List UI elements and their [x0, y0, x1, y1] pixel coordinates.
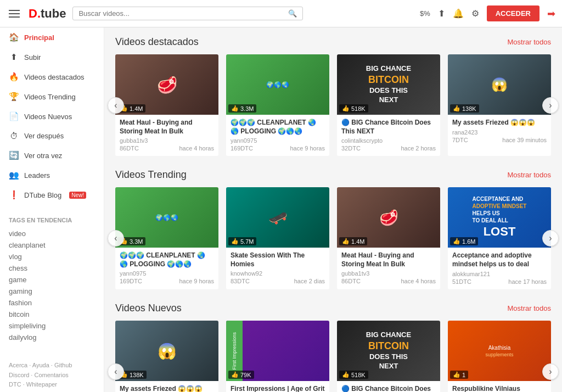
video-card[interactable]: BIG CHANCE BITCOIN DOES THIS NEXT 👍518K … [337, 321, 440, 392]
footer-link-ayuda[interactable]: Ayuda [32, 362, 49, 368]
video-thumb: 🌍🌎🌏 👍3.3M [226, 54, 329, 115]
clock-icon: ⏱ [9, 131, 19, 141]
tag-game[interactable]: game [9, 274, 95, 285]
sidebar-label-ver-despues: Ver después [24, 132, 64, 140]
video-title: First Impressions | Age of Grit [Early A… [231, 385, 325, 392]
video-time: hace 9 horas [290, 145, 325, 152]
video-channel: alokkumar121 [452, 271, 547, 277]
sidebar-item-subir[interactable]: ⬆ Subir [0, 47, 104, 67]
section-header-nuevos: Videos Nuevos Mostrar todos [115, 303, 551, 314]
video-card[interactable]: 🌍🌎🌏 👍3.3M 🌍🌍🌍 CLEANPLANET 🌏 🌎 PLOGGING 🌍… [226, 54, 329, 156]
video-card[interactable]: Akathisia supplements 👍1 Respublikine Vi… [448, 321, 551, 392]
video-dtc: 86DTC [341, 278, 361, 284]
video-card[interactable]: 🛹 👍5.7M Skate Session With The Homies kn… [226, 187, 329, 289]
tag-gaming[interactable]: gaming [9, 285, 95, 297]
video-info: Acceptance and adoptive mindset helps us… [448, 248, 551, 289]
video-thumb: 😱 👍138K [115, 321, 218, 381]
sidebar-item-videos-trending[interactable]: 🏆 Videos Trending [0, 87, 104, 107]
video-meta-row: 86DTC hace 4 horas [341, 278, 436, 284]
tag-video[interactable]: video [9, 228, 95, 239]
dollar-pct-icon[interactable]: $% [420, 9, 430, 18]
sidebar-item-principal[interactable]: 🏠 Principal [0, 27, 104, 47]
sidebar-item-videos-nuevos[interactable]: 📄 Videos Nuevos [0, 107, 104, 126]
tag-dailyvlog[interactable]: dailyvlog [9, 332, 95, 343]
footer-link-dtc[interactable]: DTC [9, 381, 21, 388]
arrow-right-trending[interactable]: › [542, 230, 559, 247]
video-card[interactable]: 🥩 👍1.4M Meat Haul - Buying and Storing M… [337, 187, 440, 289]
sidebar-label-videos-nuevos: Videos Nuevos [24, 113, 72, 121]
arrow-left-destacados[interactable]: ‹ [108, 97, 124, 114]
video-dtc: 83DTC [231, 278, 250, 284]
video-info: 🌍🌍🌍 CLEANPLANET 🌏 🌎 PLOGGING 🌍🌎🌏 yann097… [115, 248, 218, 289]
video-dtc: 169DTC [231, 145, 253, 152]
video-card[interactable]: First Impressions 👍79K First Impressions… [226, 321, 329, 392]
tag-vlog[interactable]: vlog [9, 251, 95, 262]
tag-bitcoin[interactable]: bitcoin [9, 309, 95, 320]
video-card[interactable]: ACCEPTANCE AND ADOPTIVE MINDSET HELPS US… [448, 187, 551, 289]
footer-link-comentarios[interactable]: Comentarios [34, 372, 68, 378]
main-layout: 🏠 Principal ⬆ Subir 🔥 Videos destacados … [0, 27, 562, 392]
logo[interactable]: D.tube [29, 7, 66, 21]
section-header-trending: Videos Trending Mostrar todos [115, 169, 551, 181]
video-row-nuevos: ‹ 😱 👍138K My assets Friezed 😱😱😱 rana2423… [115, 321, 551, 392]
video-info: Meat Haul - Buying and Storing Meat In B… [115, 115, 218, 156]
video-info: My assets Friezed 😱😱😱 rana2423 7DTC hace… [115, 381, 218, 392]
sidebar-footer: Acerca · Ayuda · Github Discord · Coment… [0, 355, 104, 392]
footer-link-whitepaper[interactable]: Whitepaper [26, 381, 57, 388]
view-count: 👍5.7M [228, 237, 256, 245]
arrow-right-destacados[interactable]: › [542, 97, 559, 114]
mostrar-todos-nuevos[interactable]: Mostrar todos [508, 304, 551, 312]
header-right: $% ⬆ 🔔 ⚙ ACCEDER ➡ [420, 5, 555, 21]
section-header-destacados: Videos destacados Mostrar todos [115, 36, 551, 48]
upload-icon[interactable]: ⬆ [438, 8, 445, 19]
video-card[interactable]: 🌍🌎🌏 👍3.3M 🌍🌍🌍 CLEANPLANET 🌏 🌎 PLOGGING 🌍… [115, 187, 218, 289]
settings-icon[interactable]: ⚙ [471, 8, 479, 19]
tag-cleanplanet[interactable]: cleanplanet [9, 239, 95, 251]
video-title: 🌍🌍🌍 CLEANPLANET 🌏 🌎 PLOGGING 🌍🌎🌏 [231, 119, 325, 136]
video-meta-row: 86DTC hace 4 horas [120, 145, 214, 152]
view-count: 👍1.4M [339, 237, 367, 245]
tag-fashion[interactable]: fashion [9, 297, 95, 309]
video-thumb: 🌍🌎🌏 👍3.3M [115, 187, 218, 248]
sidebar-item-ver-despues[interactable]: ⏱ Ver después [0, 126, 104, 145]
exclamation-icon: ❗ [9, 190, 19, 200]
sidebar-item-dtube-blog[interactable]: ❗ DTube Blog New! [0, 185, 104, 205]
video-title: Meat Haul - Buying and Storing Meat In B… [341, 251, 436, 268]
video-card[interactable]: 😱 👍138K My assets Friezed 😱😱😱 rana2423 7… [448, 54, 551, 156]
video-title: 🌍🌍🌍 CLEANPLANET 🌏 🌎 PLOGGING 🌍🌎🌏 [120, 251, 214, 268]
footer-link-acerca[interactable]: Acerca [9, 362, 27, 368]
main-content: Videos destacados Mostrar todos ‹ 🥩 👍1.4… [104, 27, 562, 392]
video-info: 🔵 BIG Chance Bitcoin Does This NEXT coli… [337, 115, 440, 156]
video-card[interactable]: BIG CHANCE BITCOIN DOES THIS NEXT 👍518K … [337, 54, 440, 156]
sidebar-label-leaders: Leaders [24, 171, 50, 180]
logo-prefix: D. [29, 7, 41, 20]
video-meta-row: 83DTC hace 2 dias [231, 278, 325, 284]
video-dtc: 51DTC [452, 278, 471, 285]
acceder-button[interactable]: ACCEDER [487, 5, 539, 21]
sidebar-item-leaders[interactable]: 👥 Leaders [0, 165, 104, 185]
sidebar-label-principal: Principal [24, 33, 54, 42]
sidebar-item-videos-destacados[interactable]: 🔥 Videos destacados [0, 67, 104, 87]
mostrar-todos-destacados[interactable]: Mostrar todos [508, 38, 551, 46]
notification-icon[interactable]: 🔔 [453, 8, 464, 19]
tag-simpleliving[interactable]: simpleliving [9, 320, 95, 332]
video-card[interactable]: 😱 👍138K My assets Friezed 😱😱😱 rana2423 7… [115, 321, 218, 392]
video-channel: gubba1tv3 [341, 270, 436, 277]
video-card[interactable]: 🥩 👍1.4M Meat Haul - Buying and Storing M… [115, 54, 218, 156]
tag-chess[interactable]: chess [9, 262, 95, 274]
arrow-right-nuevos[interactable]: › [542, 363, 559, 380]
footer-link-discord[interactable]: Discord [9, 372, 29, 378]
sidebar-item-ver-otra-vez[interactable]: 🔄 Ver otra vez [0, 145, 104, 165]
sidebar-label-subir: Subir [24, 53, 41, 61]
footer-link-github[interactable]: Github [54, 362, 72, 368]
sidebar-label-videos-trending: Videos Trending [24, 93, 76, 101]
view-count: 👍138K [450, 104, 479, 113]
mostrar-todos-trending[interactable]: Mostrar todos [508, 171, 551, 179]
login-icon[interactable]: ➡ [547, 8, 555, 20]
arrow-left-trending[interactable]: ‹ [108, 230, 124, 247]
hamburger-menu[interactable] [7, 8, 22, 20]
arrow-left-nuevos[interactable]: ‹ [108, 363, 124, 380]
search-icon[interactable]: 🔍 [288, 9, 297, 18]
search-input[interactable] [78, 9, 285, 18]
video-dtc: 86DTC [120, 145, 139, 152]
